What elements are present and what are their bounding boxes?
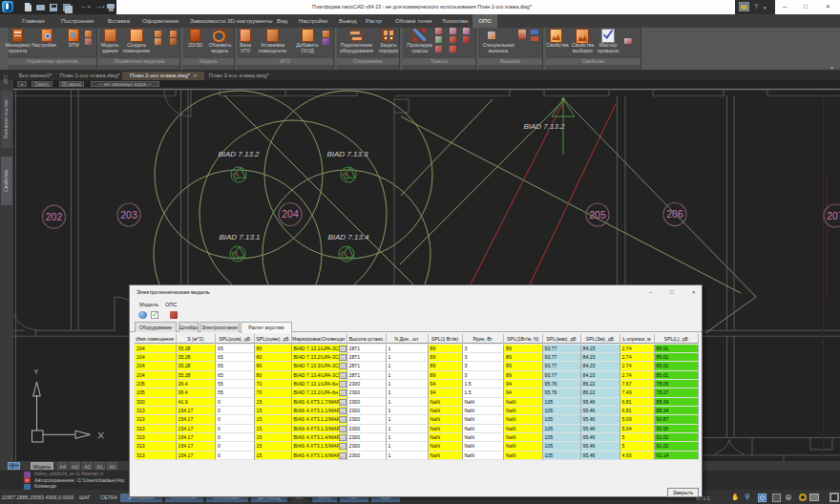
svg-text:202: 202 [46,211,63,222]
svg-text:BIAD 7.13.4: BIAD 7.13.4 [327,233,369,242]
svg-text:Y: Y [34,368,39,375]
svg-text:BIAD 7.13.3: BIAD 7.13.3 [326,150,368,158]
svg-text:BIAD 7.13.1: BIAD 7.13.1 [219,233,260,242]
svg-text:BIAD 7.13.2: BIAD 7.13.2 [218,150,260,158]
svg-text:205: 205 [589,209,606,220]
svg-text:BIAD 7.13.2: BIAD 7.13.2 [523,122,565,131]
svg-text:203: 203 [120,209,137,220]
svg-text:204: 204 [282,208,299,220]
svg-text:206: 206 [666,208,683,220]
svg-text:207: 207 [827,210,840,221]
